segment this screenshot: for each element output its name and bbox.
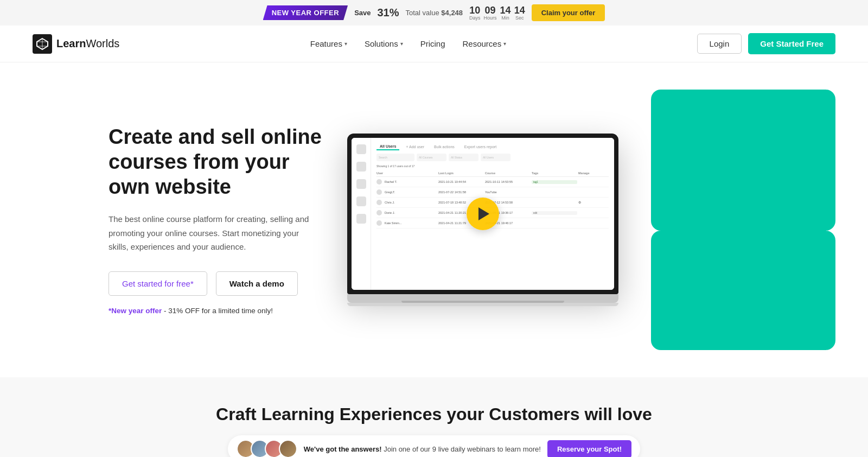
chevron-down-icon: ▾: [344, 41, 347, 47]
login-button[interactable]: Login: [697, 34, 742, 54]
screen-filter-1: All Courses: [417, 154, 446, 161]
nav-actions: Login Get Started Free: [697, 33, 835, 54]
countdown: 10 Days 09 Hours 14 Min 14 Sec: [469, 5, 525, 21]
sidebar-item-5: [356, 214, 366, 224]
chevron-down-icon: ▾: [400, 41, 403, 47]
countdown-sec: 14 Sec: [514, 5, 525, 21]
screen-tab-3: Bulk actions: [431, 144, 458, 150]
play-icon: [478, 207, 489, 220]
sidebar-item-2: [356, 162, 366, 172]
save-percent: 31%: [378, 7, 399, 19]
nav-item-resources[interactable]: Resources ▾: [463, 39, 507, 48]
screen-filter-3: All Users: [481, 154, 510, 161]
get-started-free-button[interactable]: Get started for free*: [108, 271, 207, 296]
screen-tab-active: All Users: [376, 143, 399, 150]
laptop-visual: All Users + Add user Bulk actions Export…: [347, 134, 618, 306]
watch-demo-button[interactable]: Watch a demo: [216, 271, 298, 296]
navbar: LearnWorlds Features ▾ Solutions ▾ Prici…: [0, 26, 868, 62]
hero-title: Create and sell online courses from your…: [108, 125, 336, 199]
save-label: Save: [354, 9, 371, 17]
nav-item-pricing[interactable]: Pricing: [420, 39, 445, 48]
nav-item-features[interactable]: Features ▾: [310, 39, 347, 48]
bottom-section: Craft Learning Experiences your Customer…: [0, 377, 868, 457]
chevron-down-icon: ▾: [503, 41, 506, 47]
hero-offer-note: *New year offer - 31% OFF for a limited …: [108, 307, 336, 315]
logo-text: LearnWorlds: [56, 37, 119, 50]
laptop-bottom: [347, 303, 618, 306]
hero-section: Create and sell online courses from your…: [0, 62, 868, 377]
screen-filter-2: All Status: [449, 154, 478, 161]
screen-sidebar: [352, 138, 371, 290]
logo[interactable]: LearnWorlds: [33, 34, 119, 54]
sidebar-item-3: [356, 179, 366, 189]
teal-bottom-shape: [651, 231, 835, 350]
screen-search: Search: [376, 154, 414, 161]
webinar-text: We've got the answers! Join one of our 9…: [304, 445, 541, 453]
avatar-4: [279, 440, 297, 457]
screen-tab-4: Export users report: [461, 144, 500, 150]
screen-tab-2: + Add user: [403, 144, 427, 150]
avatar-group: [237, 440, 297, 457]
hero-buttons: Get started for free* Watch a demo: [108, 271, 336, 296]
nav-links: Features ▾ Solutions ▾ Pricing Resources…: [310, 39, 506, 48]
laptop-screen-wrapper: All Users + Add user Bulk actions Export…: [347, 134, 618, 294]
laptop-base: [347, 294, 618, 303]
claim-offer-button[interactable]: Claim your offer: [532, 4, 605, 21]
bottom-title: Craft Learning Experiences your Customer…: [11, 404, 857, 424]
table-row: Rachel T. 2021-10-21 10:44:54 2021-10-11…: [376, 177, 609, 187]
sidebar-item-4: [356, 196, 366, 206]
hero-content: Create and sell online courses from your…: [108, 125, 336, 314]
logo-icon: [33, 34, 52, 54]
hero-description: The best online course platform for crea…: [108, 212, 315, 254]
laptop-screen: All Users + Add user Bulk actions Export…: [352, 138, 614, 290]
screen-header: All Users + Add user Bulk actions Export…: [376, 143, 609, 150]
table-header: User Last Login Course Tags Manage: [376, 170, 609, 177]
screen-toolbar: Search All Courses All Status All Users: [376, 154, 609, 161]
get-started-button[interactable]: Get Started Free: [748, 33, 835, 54]
hero-visual: All Users + Add user Bulk actions Export…: [336, 100, 835, 339]
total-value: Total value $4,248: [406, 9, 463, 17]
sidebar-item-1: [356, 144, 366, 154]
reserve-spot-button[interactable]: Reserve your Spot!: [547, 440, 631, 458]
top-banner: NEW YEAR OFFER Save 31% Total value $4,2…: [0, 0, 868, 26]
countdown-min: 14 Min: [500, 5, 511, 21]
countdown-hours: 09 Hours: [484, 5, 497, 21]
results-count: Showing 1 of 17 users out of 17: [376, 164, 609, 168]
countdown-days: 10 Days: [469, 5, 481, 21]
play-button[interactable]: [467, 198, 499, 230]
offer-tag: NEW YEAR OFFER: [263, 5, 348, 20]
nav-item-solutions[interactable]: Solutions ▾: [365, 39, 403, 48]
table-row: GregLT. 2021-07-22 14:51:58 YouTube: [376, 187, 609, 198]
teal-top-shape: [651, 90, 835, 231]
webinar-bar: We've got the answers! Join one of our 9…: [228, 435, 640, 457]
